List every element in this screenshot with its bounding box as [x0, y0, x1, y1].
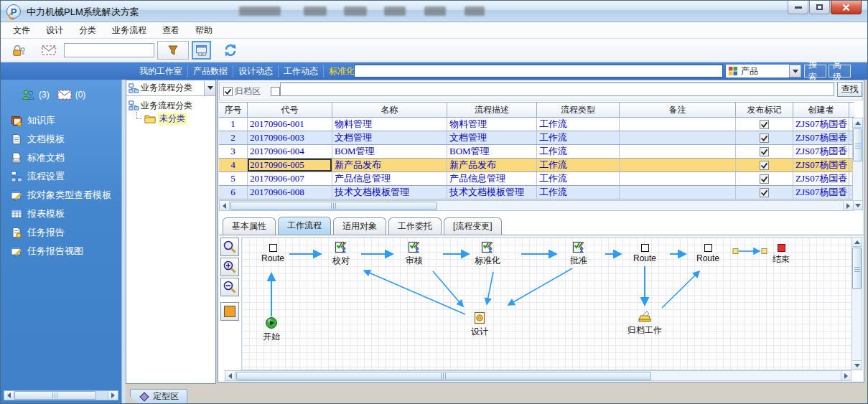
tab-process-change[interactable]: [流程变更] — [444, 217, 502, 235]
cell-creator[interactable]: ZJS07杨国香 — [793, 172, 849, 185]
refresh-icon[interactable] — [221, 41, 240, 60]
nav-tab-my-workspace[interactable]: 我的工作室 — [134, 65, 188, 77]
column-header-seq[interactable]: 序号 — [219, 103, 248, 117]
tree-node-unclassified[interactable]: 未分类 — [126, 112, 215, 125]
sidebar-item-task-report[interactable]: 任务报告 — [1, 223, 121, 242]
close-button[interactable] — [831, 1, 862, 14]
search-type-select[interactable]: 产品 — [726, 65, 789, 77]
workflow-node-design[interactable]: 设计 — [471, 311, 488, 338]
sidebar-item-knowledge-base[interactable]: 知识库 — [1, 111, 121, 130]
global-search-input[interactable] — [354, 65, 723, 77]
find-button[interactable]: 查找 — [837, 82, 862, 97]
search-type-dropdown-button[interactable] — [789, 65, 801, 77]
column-header-creator[interactable]: 创建者 — [793, 103, 849, 117]
sidebar-item-process-setting[interactable]: 流程设置 — [1, 167, 121, 186]
workflow-node-route-2[interactable]: Route — [633, 244, 656, 263]
table-row[interactable]: 4 20170906-005 新产品发布 新产品发布 工作流 ZJS07杨国香 … — [219, 159, 854, 172]
scrollbar-thumb[interactable] — [853, 128, 862, 161]
table-row[interactable]: 1 20170906-001 物料管理 物料管理 工作流 ZJS07杨国香 2 — [219, 118, 854, 131]
workflow-canvas[interactable]: 开始 Route 校对 审核 — [241, 237, 852, 370]
cell-code[interactable]: 20170906-004 — [248, 145, 332, 158]
cell-creator[interactable]: ZJS07杨国香 — [793, 131, 849, 144]
table-horizontal-scrollbar[interactable] — [219, 200, 854, 211]
cell-creator[interactable]: ZJS07杨国香 — [793, 145, 849, 158]
online-users-icon[interactable] — [21, 88, 35, 102]
cell-description[interactable]: 文档管理 — [447, 131, 537, 144]
tree-selector[interactable]: 业务流程分类 — [126, 80, 215, 96]
minimize-button[interactable] — [788, 1, 808, 14]
cell-description[interactable]: 物料管理 — [447, 118, 537, 131]
column-header-published[interactable]: 发布标记 — [736, 103, 793, 117]
scroll-down-button[interactable] — [853, 200, 862, 210]
workflow-node-proofread[interactable]: 校对 — [332, 240, 350, 267]
zoom-out-button[interactable] — [220, 278, 239, 296]
cell-creator[interactable]: ZJS07杨国香 — [793, 186, 849, 199]
scroll-right-button[interactable] — [841, 371, 851, 380]
published-checkbox[interactable] — [760, 174, 769, 184]
cell-description[interactable]: 产品信息管理 — [447, 172, 537, 185]
published-checkbox[interactable] — [760, 147, 769, 156]
diagram-vertical-scrollbar[interactable] — [851, 237, 862, 370]
scroll-left-button[interactable] — [4, 391, 14, 400]
nav-tab-design-activity[interactable]: 设计动态 — [233, 65, 279, 77]
scrollbar-thumb[interactable] — [852, 248, 862, 289]
table-vertical-scrollbar[interactable] — [852, 118, 863, 210]
cell-name[interactable]: BOM管理 — [332, 145, 447, 158]
cell-name[interactable]: 技术文档模板管理 — [332, 186, 447, 199]
node-color-button[interactable] — [220, 302, 239, 321]
cell-name[interactable]: 新产品发布 — [332, 159, 447, 172]
sidebar-item-task-report-view[interactable]: 任务报告视图 — [1, 242, 121, 260]
sidebar-item-report-template[interactable]: 报表模板 — [1, 205, 121, 223]
tab-applicable-objects[interactable]: 适用对象 — [333, 217, 386, 235]
cell-description[interactable]: 新产品发布 — [447, 159, 537, 172]
published-checkbox[interactable] — [760, 188, 769, 197]
workspace-checkbox[interactable] — [271, 87, 280, 96]
sidebar-item-view-template-by-object-type[interactable]: 按对象类型查看模板 — [1, 186, 121, 205]
cell-code[interactable]: 20170906-001 — [248, 118, 332, 131]
archive-checkbox[interactable] — [223, 87, 233, 96]
cell-name[interactable]: 文档管理 — [332, 131, 447, 144]
table-search-input[interactable] — [280, 83, 834, 96]
tab-basic-properties[interactable]: 基本属性 — [223, 217, 276, 235]
advanced-search-button[interactable]: 高级 — [829, 65, 851, 77]
column-header-type[interactable]: 流程类型 — [537, 103, 620, 117]
scroll-up-button[interactable] — [853, 118, 862, 128]
window-link-button[interactable] — [192, 41, 211, 60]
workflow-node-route-1[interactable]: Route — [261, 244, 284, 263]
scrollbar-thumb[interactable] — [14, 391, 96, 400]
column-header-note[interactable]: 备注 — [620, 103, 736, 117]
diagram-horizontal-scrollbar[interactable] — [225, 370, 851, 381]
scroll-right-button[interactable] — [843, 201, 853, 210]
cell-name[interactable]: 产品信息管理 — [332, 172, 447, 185]
sidebar-item-standard-document[interactable]: 标准文档 — [1, 149, 121, 167]
cell-code[interactable]: 20170906-008 — [248, 186, 332, 199]
column-header-description[interactable]: 流程描述 — [447, 103, 537, 117]
cell-description[interactable]: BOM管理 — [447, 145, 537, 158]
zoom-in-button[interactable] — [220, 258, 239, 276]
scrollbar-thumb[interactable] — [236, 372, 651, 380]
lock-key-icon[interactable] — [9, 41, 28, 60]
workflow-node-end[interactable]: 结束 — [773, 244, 790, 266]
column-header-code[interactable]: 代号 — [248, 103, 332, 117]
cell-code[interactable]: 20170906-007 — [248, 172, 332, 185]
cell-description[interactable]: 技术文档模板管理 — [447, 186, 537, 199]
scroll-left-button[interactable] — [220, 201, 230, 210]
cell-creator[interactable]: ZJS07杨国香 — [793, 159, 849, 172]
messages-icon[interactable] — [57, 88, 72, 102]
scroll-right-button[interactable] — [108, 391, 118, 400]
table-row[interactable]: 3 20170906-004 BOM管理 BOM管理 工作流 ZJS07杨国香 … — [219, 145, 854, 159]
cell-code[interactable]: 20170906-005 — [248, 159, 332, 172]
workflow-node-standardize[interactable]: 标准化 — [475, 240, 500, 267]
scrollbar-thumb[interactable] — [230, 202, 437, 210]
workflow-node-approve[interactable]: 批准 — [570, 240, 587, 267]
scroll-down-button[interactable] — [852, 360, 862, 370]
nav-tab-work-activity[interactable]: 工作动态 — [279, 65, 324, 77]
scroll-left-button[interactable] — [225, 371, 235, 380]
workflow-node-route-3[interactable]: Route — [696, 244, 719, 263]
zoom-button[interactable] — [220, 238, 239, 256]
tab-work-delegation[interactable]: 工作委托 — [388, 217, 442, 235]
filter-button[interactable] — [157, 41, 189, 60]
menu-item-view[interactable]: 查看 — [154, 22, 187, 39]
tab-workflow[interactable]: 工作流程 — [278, 217, 331, 235]
menu-item-category[interactable]: 分类 — [71, 22, 104, 39]
